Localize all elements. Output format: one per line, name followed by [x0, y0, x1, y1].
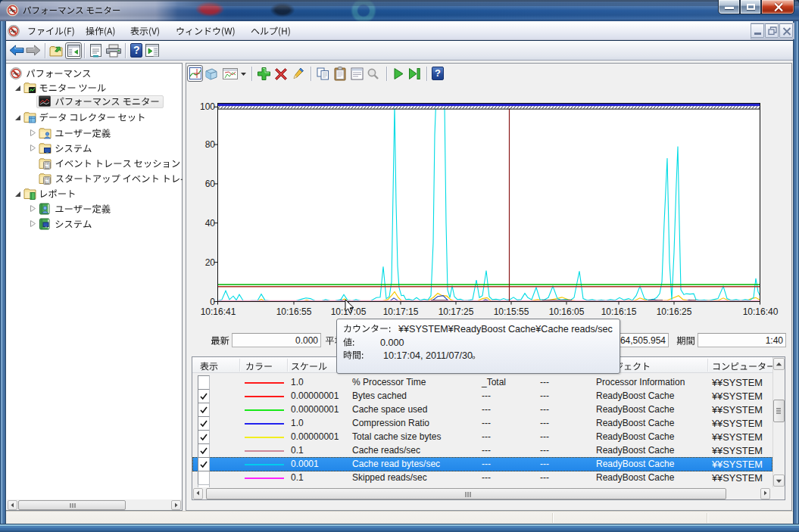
svg-text:01: 01 [45, 181, 48, 184]
svg-text:01: 01 [45, 166, 48, 169]
